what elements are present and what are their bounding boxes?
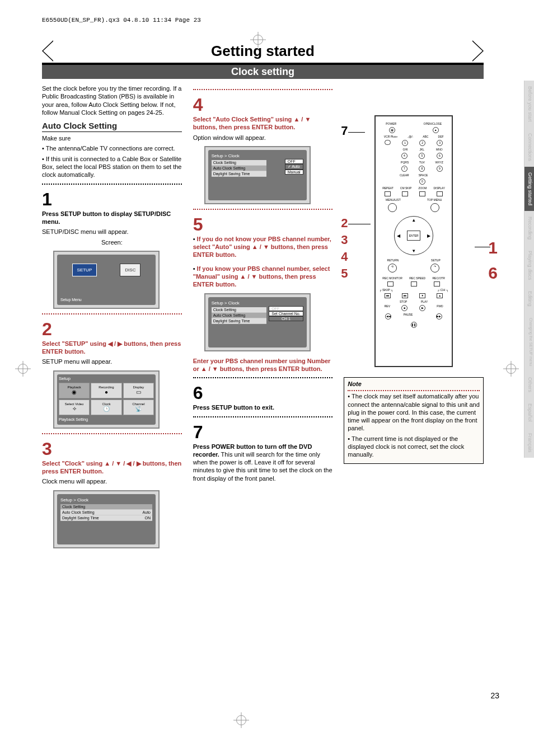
pause-label: PAUSE [404,313,413,320]
tab-recording: Recording [524,211,534,245]
fwd-label: FWD [437,304,443,312]
return-label: RETURN [387,259,399,262]
recmon-button[interactable] [387,281,394,287]
key-9[interactable]: 9 [437,166,443,172]
recotr-button[interactable] [434,281,440,287]
clear-label: CLEAR [400,173,409,177]
channel-cell: Channel📡 [123,400,154,415]
rev-button[interactable]: ◀◀ [385,313,391,320]
screen-setup-menu: Setup Playback◉ Recording● Display▭ Sele… [53,370,160,429]
tab-getting-started: Getting started [524,167,534,211]
callout-7: 7 [341,124,348,138]
repeat-label: REPEAT [382,186,394,190]
body-columns: Set the clock before you try the timer r… [42,84,484,553]
divider-4 [193,89,333,90]
vcrplus-button[interactable] [385,140,391,145]
note-2: • The current time is not displayed or t… [348,435,480,459]
clock-breadcrumb-3: Setup > Clock [212,300,303,306]
step5-a: • If you do not know your PBS channel nu… [193,235,333,259]
step3-b: Clock menu will appear. [42,477,182,485]
screen-clock-menu: Setup > Clock Clock Setting Auto Clock S… [53,490,160,548]
display-button[interactable] [437,191,443,196]
skip-fwd-button[interactable]: ⏭ [402,293,408,298]
divider-3 [42,433,182,434]
repeat-button[interactable] [385,191,391,196]
header-arrow-right-icon [472,40,484,62]
screen-auto-clock-options: Setup > Clock Clock Setting Auto Clock S… [204,146,311,204]
playback-setting-footer: Playback Setting [59,417,154,421]
key-8[interactable]: 8 [419,166,425,172]
step3-number: 3 [42,439,182,459]
fwd-button[interactable]: ▶▶ [436,313,442,320]
k7-label: TUV [419,161,425,164]
k1-label: ABC [423,135,428,138]
skip-back-button[interactable]: ⏮ [385,293,391,298]
zoom-button[interactable] [419,191,425,196]
s5-auto-clock: Auto Clock Setting [212,313,266,318]
cmskip-button[interactable] [402,191,408,196]
opt-ch1: CH 1 [269,316,303,321]
rev-label: REV [385,304,390,312]
key-2[interactable]: 2 [419,140,425,146]
leader-2 [348,224,371,224]
step4-a: Select "Auto Clock Setting" using ▲ / ▼ … [193,115,333,132]
dpad-up-icon[interactable]: ▲ [411,218,416,223]
stop-button[interactable]: ■ [401,305,407,311]
setup-button[interactable]: ↷ [430,264,439,273]
callout-1: 1 [488,238,498,257]
selectvideo-cell: Select Video✧ [59,400,90,415]
pause-button[interactable]: ❚❚ [411,322,417,328]
key-4[interactable]: 4 [401,153,407,159]
step1-b: SETUP/DISC menu will appear. [42,228,182,236]
opt-setchannel: Set Channel No. [269,311,303,316]
crop-target-bottom [236,715,246,725]
auto-clock-heading: Auto Clock Setting [42,121,182,132]
intro-text: Set the clock before you try the timer r… [42,84,182,116]
ch-label: CH [441,288,446,292]
step1-c: Screen: [42,238,182,246]
k6-label: PQRS [401,161,409,164]
play-button[interactable]: ▶ [419,305,425,311]
open-close-button[interactable]: ▲ [433,127,439,133]
play-label: PLAY [421,300,428,303]
ch-up-button[interactable]: ▲ [437,293,443,298]
tab-changing-setup-menu: Changing the SETUP menu [524,312,534,372]
opt-auto: ✓ Auto [285,164,303,170]
key-6[interactable]: 6 [437,153,443,159]
dpad-down-icon[interactable]: ▼ [411,248,416,253]
step6-number: 6 [193,383,333,403]
opt-off: OFF [285,159,303,164]
dpad-left-icon[interactable]: ◀ [397,233,400,238]
key-0[interactable]: 0 [419,179,425,185]
zoom-label: ZOOM [418,186,427,190]
recording-cell: Recording● [91,383,121,398]
return-button[interactable]: ⟲ [388,264,397,273]
note-title: Note [348,380,480,388]
step4-b: Option window will appear. [193,134,333,142]
key-7[interactable]: 7 [401,166,407,172]
key-3[interactable]: 3 [437,140,443,146]
callout-5: 5 [341,266,348,281]
key-1[interactable]: 1 [402,140,408,146]
space-label: SPACE [419,173,428,177]
power-button[interactable]: ⏻ [389,127,395,133]
ch-down-button[interactable]: ▼ [419,293,425,298]
auto-clock-row: Auto Clock SettingAuto [60,510,152,515]
menulist-label: MENU/LIST [386,198,401,201]
dpad[interactable]: ▲ ▼ ◀ ▶ ENTER [394,216,433,255]
opt-manual: Manual [285,170,303,175]
k2-label: DEF [438,135,444,138]
clock-cell: Clock🕒 [91,400,121,415]
recspd-button[interactable] [411,281,417,287]
enter-button[interactable]: ENTER [407,231,420,241]
divider-2 [42,313,182,314]
key-5[interactable]: 5 [419,153,425,159]
step2-b: SETUP menu will appear. [42,358,182,365]
source-line: E6550UD(EN_SP_FR).qx3 04.8.10 11:34 Page… [42,17,484,24]
menulist-button[interactable] [388,203,397,212]
side-tabs: Before you start Connections Getting sta… [524,81,534,458]
dpad-right-icon[interactable]: ▶ [427,233,430,238]
step1-a: Press SETUP button to display SETUP/DISC… [42,210,182,226]
k5-label: MNO [436,148,443,151]
topmenu-button[interactable] [430,203,439,212]
